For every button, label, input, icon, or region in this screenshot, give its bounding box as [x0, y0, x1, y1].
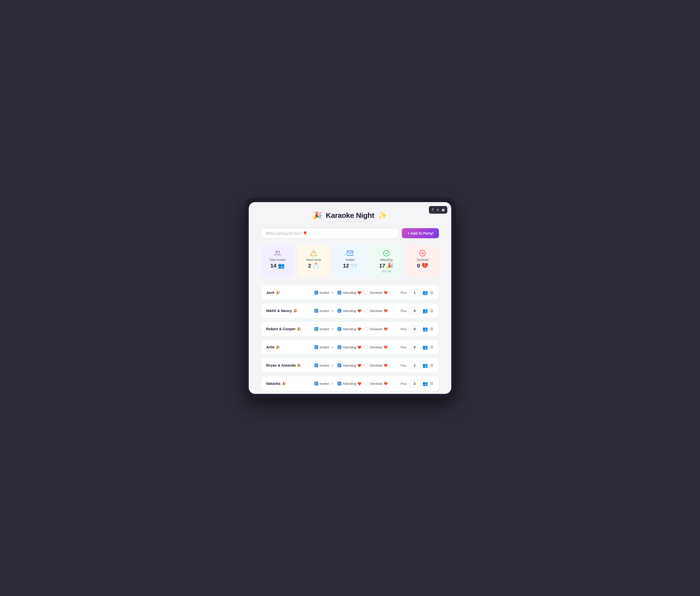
attending-label-2[interactable]: Attending ❤️	[337, 327, 361, 331]
trash-icon-4[interactable]: 🗑	[430, 363, 434, 368]
guest-row: Natasha 🎉 Invited 📨 Attending ❤️ Decline…	[261, 376, 439, 391]
people-icon-2[interactable]: 👥	[422, 326, 428, 332]
declined-label-0[interactable]: Declined 💔	[365, 291, 388, 295]
trash-icon-2[interactable]: 🗑	[430, 327, 434, 331]
stat-attending: Attending 17 🎉 (11 + 6)	[370, 245, 403, 277]
invited-checkbox-2[interactable]	[314, 327, 318, 331]
attending-label: Attending	[380, 258, 392, 262]
declined-label-3[interactable]: Declined 💔	[365, 345, 388, 349]
plus-input-2[interactable]	[409, 326, 420, 332]
title-emoji-left: 🎉	[313, 211, 322, 219]
stats-row: Total Guests 14 👥 Need Invite 2 📩	[261, 245, 439, 277]
plus-input-4[interactable]	[409, 362, 420, 369]
attending-label-4[interactable]: Attending ❤️	[337, 364, 361, 367]
declined-label-2[interactable]: Declined 💔	[365, 327, 388, 331]
people-icon	[274, 250, 281, 257]
invited-checkbox-4[interactable]	[314, 364, 318, 367]
guest-controls-4: Invited 📨 Attending ❤️ Declined 💔 Plus 👥	[314, 362, 434, 369]
declined-checkbox-3[interactable]	[365, 345, 369, 349]
attending-label-0[interactable]: Attending ❤️	[337, 291, 361, 295]
attending-label-3[interactable]: Attending ❤️	[337, 345, 361, 349]
people-icon-1[interactable]: 👥	[422, 308, 428, 314]
grid-icon[interactable]: ⠿	[431, 207, 435, 212]
add-to-party-button[interactable]: + Add to Party!	[402, 228, 439, 238]
guest-controls-1: Invited 📨 Attending ❤️ Declined 💔 Plus 👥	[314, 307, 434, 314]
invited-label-0[interactable]: Invited 📨	[314, 291, 334, 295]
need-invite-label: Need Invite	[306, 258, 321, 262]
device-frame: ⠿ ✛ ▣ 🎉 Karaoke Night ✨ + Add to Party!	[244, 198, 456, 398]
attending-checkbox-3[interactable]	[337, 345, 341, 349]
trash-icon-3[interactable]: 🗑	[430, 345, 434, 349]
guest-name-4: Bryan & Amanda 🎉	[266, 363, 310, 368]
warning-icon	[310, 250, 317, 257]
guest-name-0: Jack 🎉	[266, 290, 310, 295]
envelope-icon	[346, 250, 354, 257]
invited-label-2[interactable]: Invited 📨	[314, 327, 334, 331]
guest-name-5: Natasha 🎉	[266, 381, 310, 386]
attending-label-1[interactable]: Attending ❤️	[337, 309, 361, 313]
svg-point-0	[276, 251, 278, 253]
invited-value: 12 📨	[343, 263, 357, 269]
declined-label-1[interactable]: Declined 💔	[365, 309, 388, 313]
plus-section-0: Plus 👥 🗑	[400, 289, 434, 296]
layout-icon[interactable]: ▣	[441, 207, 445, 212]
plus-input-5[interactable]	[409, 380, 420, 387]
people-icon-3[interactable]: 👥	[422, 345, 428, 350]
invited-label-4[interactable]: Invited 📨	[314, 364, 334, 367]
plus-input-3[interactable]	[409, 344, 420, 351]
plus-input-0[interactable]	[409, 289, 420, 296]
declined-value: 0 💔	[417, 263, 428, 269]
guest-row: Bryan & Amanda 🎉 Invited 📨 Attending ❤️ …	[261, 358, 439, 373]
invited-label-3[interactable]: Invited 📨	[314, 345, 334, 349]
declined-label: Declined	[417, 258, 429, 262]
check-circle-icon	[383, 250, 390, 257]
people-icon-0[interactable]: 👥	[422, 290, 428, 295]
guest-name-1: Nikhil & Nancy 🎉	[266, 308, 310, 313]
people-icon-5[interactable]: 👥	[422, 381, 428, 386]
need-invite-value: 2 📩	[308, 263, 319, 269]
toolbar-icons: ⠿ ✛ ▣	[429, 206, 447, 214]
invited-checkbox-1[interactable]	[314, 309, 318, 313]
invited-label-1[interactable]: Invited 📨	[314, 309, 334, 313]
title-emoji-right: ✨	[378, 211, 387, 219]
attending-checkbox-1[interactable]	[337, 309, 341, 313]
main-content: 🎉 Karaoke Night ✨ + Add to Party!	[249, 202, 451, 394]
plus-label-4: Plus	[400, 364, 407, 367]
screen: ⠿ ✛ ▣ 🎉 Karaoke Night ✨ + Add to Party!	[249, 202, 451, 394]
plus-section-2: Plus 👥 🗑	[400, 326, 434, 332]
guest-list: Jack 🎉 Invited 📨 Attending ❤️ Declined 💔	[261, 285, 439, 391]
declined-checkbox-4[interactable]	[365, 364, 369, 367]
attending-checkbox-4[interactable]	[337, 364, 341, 367]
total-guests-label: Total Guests	[269, 258, 286, 262]
invited-checkbox-5[interactable]	[314, 381, 318, 386]
declined-label-5[interactable]: Declined 💔	[365, 381, 388, 386]
attending-checkbox-5[interactable]	[337, 381, 341, 386]
guest-controls-3: Invited 📨 Attending ❤️ Declined 💔 Plus 👥	[314, 344, 434, 351]
declined-label-4[interactable]: Declined 💔	[365, 364, 388, 367]
invited-checkbox-3[interactable]	[314, 345, 318, 349]
plus-label-2: Plus	[400, 327, 407, 331]
plus-label-5: Plus	[400, 382, 407, 386]
people-icon-4[interactable]: 👥	[422, 363, 428, 368]
invited-label-5[interactable]: Invited 📨	[314, 381, 334, 386]
declined-checkbox-5[interactable]	[365, 381, 369, 386]
attending-checkbox-2[interactable]	[337, 327, 341, 331]
total-guests-value: 14 👥	[270, 263, 285, 269]
trash-icon-0[interactable]: 🗑	[430, 290, 434, 295]
trash-icon-1[interactable]: 🗑	[430, 308, 434, 313]
plus-input-1[interactable]	[409, 307, 420, 314]
invited-checkbox-0[interactable]	[314, 291, 318, 295]
stat-need-invite: Need Invite 2 📩	[297, 245, 330, 277]
guest-name-2: Robert & Cooper 🎉	[266, 327, 310, 331]
search-input[interactable]	[261, 228, 398, 239]
plus-section-4: Plus 👥 🗑	[400, 362, 434, 369]
attending-label-5[interactable]: Attending ❤️	[337, 381, 361, 386]
guest-row: Robert & Cooper 🎉 Invited 📨 Attending ❤️…	[261, 321, 439, 337]
declined-checkbox-2[interactable]	[365, 327, 369, 331]
trash-icon-5[interactable]: 🗑	[430, 381, 434, 386]
crosshair-icon[interactable]: ✛	[436, 207, 440, 212]
declined-checkbox-0[interactable]	[365, 291, 369, 295]
guest-controls-2: Invited 📨 Attending ❤️ Declined 💔 Plus 👥	[314, 326, 434, 332]
attending-checkbox-0[interactable]	[337, 291, 341, 295]
declined-checkbox-1[interactable]	[365, 309, 369, 313]
